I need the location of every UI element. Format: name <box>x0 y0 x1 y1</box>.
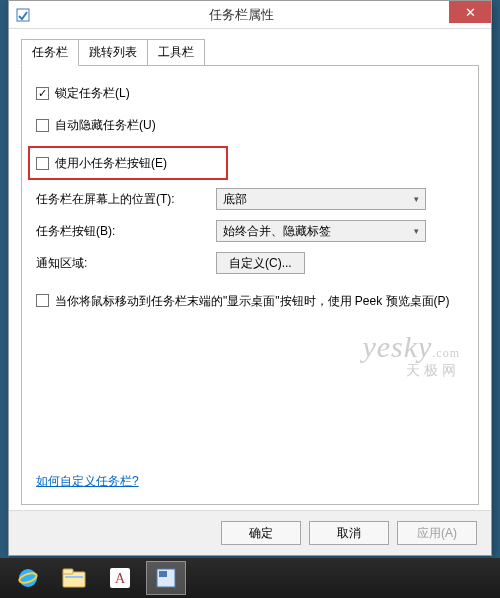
row-autohide: 自动隐藏任务栏(U) <box>36 114 464 136</box>
taskbar-app-a-icon[interactable]: A <box>100 561 140 595</box>
svg-rect-4 <box>63 569 73 574</box>
close-icon: ✕ <box>465 5 476 20</box>
apply-button: 应用(A) <box>397 521 477 545</box>
taskbar-explorer-icon[interactable] <box>54 561 94 595</box>
checkbox-autohide[interactable] <box>36 119 49 132</box>
combo-position-value: 底部 <box>223 191 247 208</box>
row-position: 任务栏在屏幕上的位置(T): 底部 ▾ <box>36 188 464 210</box>
tab-taskbar[interactable]: 任务栏 <box>21 39 79 66</box>
checkbox-lock-taskbar[interactable] <box>36 87 49 100</box>
dialog-body: 任务栏 跳转列表 工具栏 锁定任务栏(L) 自动隐藏任务栏(U) 使用小任务栏按… <box>9 29 491 505</box>
row-lock-taskbar: 锁定任务栏(L) <box>36 82 464 104</box>
tab-jumplist[interactable]: 跳转列表 <box>78 39 148 66</box>
tab-panel-taskbar: 锁定任务栏(L) 自动隐藏任务栏(U) 使用小任务栏按钮(E) 任务栏在屏幕上的… <box>21 65 479 505</box>
combo-position[interactable]: 底部 ▾ <box>216 188 426 210</box>
taskbar-ie-icon[interactable] <box>8 561 48 595</box>
tab-toolbars[interactable]: 工具栏 <box>147 39 205 66</box>
titlebar[interactable]: 任务栏属性 ✕ <box>9 1 491 29</box>
combo-buttons-value: 始终合并、隐藏标签 <box>223 223 331 240</box>
taskbar-properties-active-icon[interactable] <box>146 561 186 595</box>
cancel-button[interactable]: 取消 <box>309 521 389 545</box>
row-buttons-mode: 任务栏按钮(B): 始终合并、隐藏标签 ▾ <box>36 220 464 242</box>
windows-taskbar[interactable]: A <box>0 558 500 598</box>
checkbox-peek[interactable] <box>36 294 49 307</box>
label-lock-taskbar: 锁定任务栏(L) <box>55 85 130 102</box>
dialog-button-row: 确定 取消 应用(A) <box>9 510 491 555</box>
dialog-title: 任务栏属性 <box>0 6 491 24</box>
label-position: 任务栏在屏幕上的位置(T): <box>36 191 216 208</box>
label-buttons-mode: 任务栏按钮(B): <box>36 223 216 240</box>
row-peek: 当你将鼠标移动到任务栏末端的"显示桌面"按钮时，使用 Peek 预览桌面(P) <box>36 292 464 310</box>
svg-rect-9 <box>159 571 167 577</box>
checkbox-small-buttons[interactable] <box>36 157 49 170</box>
combo-buttons-mode[interactable]: 始终合并、隐藏标签 ▾ <box>216 220 426 242</box>
svg-text:A: A <box>115 571 126 586</box>
highlight-small-buttons: 使用小任务栏按钮(E) <box>28 146 228 180</box>
label-small-buttons: 使用小任务栏按钮(E) <box>55 155 167 172</box>
label-peek: 当你将鼠标移动到任务栏末端的"显示桌面"按钮时，使用 Peek 预览桌面(P) <box>55 292 450 310</box>
close-button[interactable]: ✕ <box>449 1 491 23</box>
help-link-customize[interactable]: 如何自定义任务栏? <box>36 473 139 490</box>
taskbar-properties-dialog: 任务栏属性 ✕ 任务栏 跳转列表 工具栏 锁定任务栏(L) 自动隐藏任务栏(U) <box>8 0 492 556</box>
row-notify-area: 通知区域: 自定义(C)... <box>36 252 464 274</box>
ok-button[interactable]: 确定 <box>221 521 301 545</box>
chevron-down-icon: ▾ <box>414 194 419 204</box>
tab-strip: 任务栏 跳转列表 工具栏 <box>21 39 479 66</box>
label-notify-area: 通知区域: <box>36 255 216 272</box>
svg-rect-5 <box>65 576 83 578</box>
label-autohide: 自动隐藏任务栏(U) <box>55 117 156 134</box>
customize-notify-button[interactable]: 自定义(C)... <box>216 252 305 274</box>
chevron-down-icon: ▾ <box>414 226 419 236</box>
